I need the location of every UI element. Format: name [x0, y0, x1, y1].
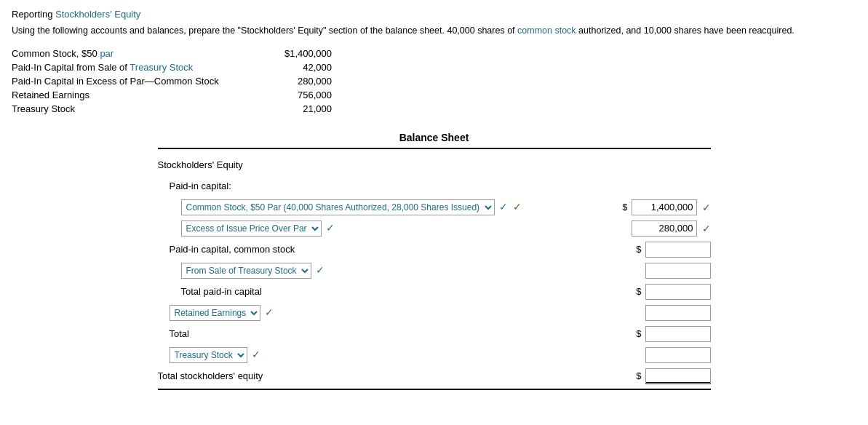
- total-row: Total $: [158, 325, 711, 343]
- account-label-4: Retained Earnings: [12, 90, 244, 100]
- common-stock-value-check: ✓: [702, 202, 711, 213]
- total-right: $: [551, 326, 711, 342]
- balance-sheet: Balance Sheet Stockholders' Equity Paid-…: [158, 132, 711, 390]
- account-label-3: Paid-In Capital in Excess of Par—Common …: [12, 76, 244, 87]
- top-line: [158, 148, 711, 149]
- account-row-1: Common Stock, $50 par $1,400,000: [12, 48, 856, 59]
- account-label-1: Common Stock, $50 par: [12, 48, 244, 59]
- account-row-3: Paid-In Capital in Excess of Par—Common …: [12, 76, 856, 87]
- account-value-5: 21,000: [244, 103, 332, 114]
- excess-dropdown[interactable]: Excess of Issue Price Over Par: [181, 221, 322, 237]
- from-sale-row: From Sale of Treasury Stock ✓: [158, 262, 711, 279]
- paid-in-common-dollar: $: [636, 244, 641, 255]
- excess-value-check: ✓: [702, 223, 711, 234]
- from-sale-right: [551, 263, 711, 279]
- treasury-label: Treasury Stock ✓: [158, 347, 551, 363]
- excess-label: Excess of Issue Price Over Par ✓: [158, 221, 551, 237]
- retained-earnings-dropdown[interactable]: Retained Earnings: [170, 305, 260, 321]
- from-sale-dropdown[interactable]: From Sale of Treasury Stock: [181, 263, 311, 279]
- treasury-check-blue: ✓: [252, 349, 260, 360]
- common-stock-right: $ 1,400,000 ✓: [551, 199, 711, 215]
- retained-earnings-label: Retained Earnings ✓: [158, 305, 551, 321]
- equity-header-label: Stockholders' Equity: [158, 159, 711, 170]
- common-stock-value: 1,400,000: [632, 199, 697, 215]
- retained-earnings-check-blue: ✓: [265, 306, 274, 318]
- total-paid-in-dollar: $: [636, 286, 641, 297]
- from-sale-label: From Sale of Treasury Stock ✓: [158, 263, 551, 279]
- total-equity-row: Total stockholders' equity $: [158, 368, 711, 385]
- account-value-2: 42,000: [244, 62, 332, 73]
- account-label-5: Treasury Stock: [12, 103, 244, 114]
- total-paid-in-right: $: [551, 284, 711, 300]
- common-stock-label: Common Stock, $50 Par (40,000 Shares Aut…: [158, 199, 551, 215]
- treasury-row: Treasury Stock ✓: [158, 346, 711, 364]
- retained-earnings-input[interactable]: [645, 305, 711, 321]
- excess-row: Excess of Issue Price Over Par ✓ 280,000…: [158, 220, 711, 237]
- treasury-right: [551, 347, 711, 363]
- paid-in-header-row: Paid-in capital:: [158, 178, 711, 195]
- from-sale-check-blue: ✓: [316, 264, 324, 276]
- total-input[interactable]: [645, 326, 711, 342]
- account-row-5: Treasury Stock 21,000: [12, 103, 856, 114]
- account-label-2: Paid-In Capital from Sale of Treasury St…: [12, 62, 244, 73]
- total-label: Total: [158, 328, 551, 339]
- heading-link[interactable]: Stockholders' Equity: [55, 9, 140, 20]
- total-equity-input[interactable]: [645, 368, 711, 384]
- balance-sheet-title: Balance Sheet: [158, 132, 711, 143]
- instruction-text: Using the following accounts and balance…: [12, 24, 856, 38]
- total-paid-in-input[interactable]: [645, 284, 711, 300]
- excess-value: 280,000: [632, 221, 697, 237]
- total-equity-label: Total stockholders' equity: [158, 370, 551, 381]
- common-stock-check-blue: ✓: [499, 201, 508, 212]
- paid-in-common-row: Paid-in capital, common stock $: [158, 241, 711, 258]
- paid-in-common-input[interactable]: [645, 242, 711, 258]
- total-dollar: $: [636, 328, 641, 339]
- account-value-1: $1,400,000: [244, 48, 332, 59]
- page-heading: Reporting Stockholders' Equity: [12, 9, 856, 20]
- common-stock-row: Common Stock, $50 Par (40,000 Shares Aut…: [158, 199, 711, 216]
- retained-earnings-row: Retained Earnings ✓: [158, 304, 711, 322]
- bottom-line: [158, 389, 711, 390]
- common-stock-check-green: ✓: [513, 201, 522, 212]
- equity-header-row: Stockholders' Equity: [158, 156, 711, 174]
- total-equity-right: $: [551, 368, 711, 384]
- common-stock-dollar: $: [622, 202, 627, 212]
- treasury-dropdown[interactable]: Treasury Stock: [170, 347, 247, 363]
- excess-check-blue: ✓: [326, 222, 335, 234]
- total-paid-in-row: Total paid-in capital $: [158, 283, 711, 301]
- common-stock-dropdown[interactable]: Common Stock, $50 Par (40,000 Shares Aut…: [181, 199, 495, 215]
- total-equity-dollar: $: [636, 370, 641, 381]
- paid-in-header-label: Paid-in capital:: [158, 180, 711, 191]
- paid-in-common-label: Paid-in capital, common stock: [158, 244, 551, 255]
- treasury-input[interactable]: [645, 347, 711, 363]
- from-sale-input[interactable]: [645, 263, 711, 279]
- retained-earnings-right: [551, 305, 711, 321]
- total-paid-in-label: Total paid-in capital: [158, 286, 551, 297]
- account-row-2: Paid-In Capital from Sale of Treasury St…: [12, 62, 856, 73]
- account-value-3: 280,000: [244, 76, 332, 87]
- excess-right: 280,000 ✓: [551, 221, 711, 237]
- account-row-4: Retained Earnings 756,000: [12, 90, 856, 100]
- account-value-4: 756,000: [244, 90, 332, 100]
- paid-in-common-right: $: [551, 242, 711, 258]
- accounts-table: Common Stock, $50 par $1,400,000 Paid-In…: [12, 48, 856, 114]
